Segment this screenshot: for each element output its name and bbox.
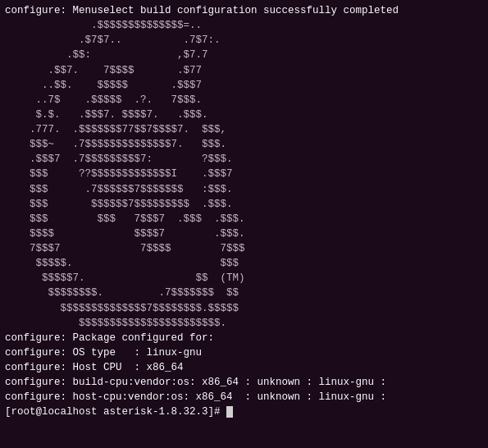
terminal-line: .$$7. 7$$$$ .$77 [5, 63, 483, 78]
terminal-line: $$$ $$$$$$7$$$$$$$$$ .$$$. [5, 197, 483, 212]
terminal-line: $$$ ??$$$$$$$$$$$$$I .$$$7 [5, 167, 483, 181]
terminal-line: configure: OS type : linux-gnu [5, 345, 483, 360]
terminal-line: .$7$7.. .7$7:. [5, 33, 483, 48]
terminal-line: [root@localhost asterisk-1.8.32.3]# [5, 405, 483, 419]
terminal-line: $$$$$$$$$$$$$$7$$$$$$$$.$$$$$ [5, 301, 483, 316]
terminal-cursor [226, 406, 233, 418]
terminal-line: $$$~ .7$$$$$$$$$$$$$$7. $$$. [5, 137, 483, 152]
terminal-line: $$$$$$$$. .7$$$$$$$ $$ [5, 286, 483, 300]
terminal-line: $$$$$$$$$$$$$$$$$$$$$$$. [5, 316, 483, 331]
terminal-window[interactable]: configure: Menuselect build configuratio… [0, 0, 488, 448]
terminal-line: configure: Menuselect build configuratio… [5, 3, 483, 18]
terminal-line: .$$$$$$$$$$$$$$=.. [5, 18, 483, 33]
terminal-line: $$$$ $$$$7 .$$$. [5, 226, 483, 241]
terminal-line: $$$ $$$ 7$$$7 .$$$ .$$$. [5, 212, 483, 226]
terminal-line: $.$. .$$$7. $$$$7. .$$$. [5, 107, 483, 122]
terminal-line: .777. .$$$$$$$77$$7$$$$7. $$$, [5, 122, 483, 137]
terminal-line: configure: Host CPU : x86_64 [5, 360, 483, 375]
terminal-line: $$$ .7$$$$$$7$$$$$$$ :$$$. [5, 182, 483, 197]
terminal-line: configure: Package configured for: [5, 331, 483, 345]
terminal-line: $$$$$7. $$ (TM) [5, 271, 483, 286]
terminal-line: ..7$ .$$$$$ .?. 7$$$. [5, 93, 483, 107]
terminal-line: configure: build-cpu:vendor:os: x86_64 :… [5, 375, 483, 390]
terminal-line: configure: host-cpu:vendor:os: x86_64 : … [5, 390, 483, 405]
terminal-line: .$$$7 .7$$$$$$$$$7: ?$$$. [5, 152, 483, 167]
terminal-line: ..$$. $$$$$ .$$$7 [5, 78, 483, 93]
terminal-line: 7$$$7 7$$$$ 7$$$ [5, 241, 483, 256]
terminal-line: $$$$$. $$$ [5, 256, 483, 271]
terminal-line: .$$: ,$7.7 [5, 48, 483, 62]
